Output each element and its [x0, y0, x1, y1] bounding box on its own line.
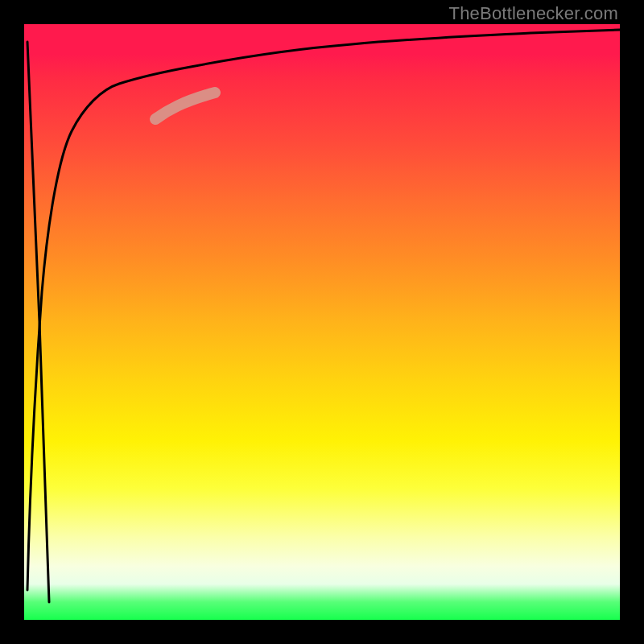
curve-layer [24, 24, 620, 620]
plot-area [24, 24, 620, 620]
highlight-segment [155, 93, 215, 119]
watermark-text: TheBottlenecker.com [449, 3, 618, 24]
main-curve [27, 30, 620, 590]
chart-frame: TheBottlenecker.com [0, 0, 644, 644]
